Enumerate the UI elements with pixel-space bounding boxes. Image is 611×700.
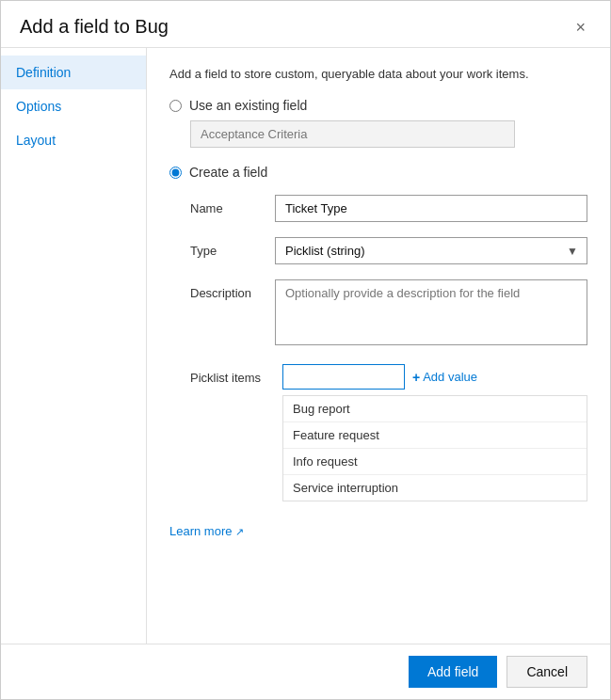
type-select[interactable]: Picklist (string) String Integer Double … bbox=[275, 237, 587, 264]
add-value-label: Add value bbox=[423, 370, 477, 384]
type-select-wrapper: Picklist (string) String Integer Double … bbox=[275, 237, 587, 264]
name-control bbox=[275, 195, 587, 222]
learn-more-text: Learn more bbox=[169, 524, 232, 538]
close-button[interactable]: × bbox=[570, 17, 591, 38]
main-content: Add a field to store custom, queryable d… bbox=[147, 48, 610, 644]
dialog-title: Add a field to Bug bbox=[20, 16, 169, 38]
description-label: Description bbox=[190, 279, 275, 300]
picklist-label: Picklist items bbox=[190, 364, 275, 385]
list-item[interactable]: Info request bbox=[283, 449, 587, 475]
dialog-body: Definition Options Layout Add a field to… bbox=[1, 48, 610, 644]
plus-icon: + bbox=[412, 370, 420, 385]
add-field-dialog: Add a field to Bug × Definition Options … bbox=[0, 0, 611, 700]
radio-group: Use an existing field Create a field Nam… bbox=[169, 98, 587, 501]
picklist-input[interactable] bbox=[282, 364, 405, 390]
create-field-label[interactable]: Create a field bbox=[189, 165, 267, 180]
dialog-footer: Add field Cancel bbox=[1, 644, 610, 699]
sidebar-item-definition[interactable]: Definition bbox=[1, 56, 146, 89]
type-row: Type Picklist (string) String Integer Do… bbox=[190, 237, 587, 264]
create-field-radio[interactable] bbox=[169, 167, 182, 179]
picklist-input-row: + Add value bbox=[282, 364, 587, 390]
use-existing-label[interactable]: Use an existing field bbox=[189, 98, 307, 113]
sidebar-item-options[interactable]: Options bbox=[1, 89, 146, 123]
description-text: Add a field to store custom, queryable d… bbox=[169, 67, 587, 81]
create-field-radio-row: Create a field bbox=[169, 165, 587, 180]
type-label: Type bbox=[190, 237, 275, 258]
list-item[interactable]: Service interruption bbox=[283, 475, 587, 501]
learn-more: Learn more ↗ bbox=[169, 524, 587, 538]
use-existing-radio[interactable] bbox=[169, 100, 182, 112]
cancel-button[interactable]: Cancel bbox=[506, 656, 587, 688]
list-item[interactable]: Bug report bbox=[283, 396, 587, 422]
external-link-icon: ↗ bbox=[235, 526, 244, 537]
list-item[interactable]: Feature request bbox=[283, 422, 587, 449]
use-existing-option: Use an existing field bbox=[169, 98, 587, 148]
description-textarea[interactable] bbox=[275, 279, 587, 345]
name-input[interactable] bbox=[275, 195, 587, 222]
use-existing-radio-row: Use an existing field bbox=[169, 98, 587, 113]
sidebar: Definition Options Layout bbox=[1, 48, 147, 644]
picklist-controls: + Add value Bug report Feature request I… bbox=[282, 364, 587, 501]
existing-field-input[interactable] bbox=[190, 120, 515, 148]
sidebar-item-layout[interactable]: Layout bbox=[1, 123, 146, 157]
description-row: Description bbox=[190, 279, 587, 349]
create-field-option: Create a field Name Type bbox=[169, 165, 587, 501]
add-field-button[interactable]: Add field bbox=[409, 656, 497, 688]
dialog-header: Add a field to Bug × bbox=[1, 1, 610, 48]
name-label: Name bbox=[190, 195, 275, 215]
description-control bbox=[275, 279, 587, 349]
add-value-button[interactable]: + Add value bbox=[412, 370, 477, 385]
picklist-row: Picklist items + Add value Bug report bbox=[190, 364, 587, 501]
picklist-items-list: Bug report Feature request Info request … bbox=[282, 395, 587, 501]
name-row: Name bbox=[190, 195, 587, 222]
learn-more-link[interactable]: Learn more ↗ bbox=[169, 524, 244, 538]
